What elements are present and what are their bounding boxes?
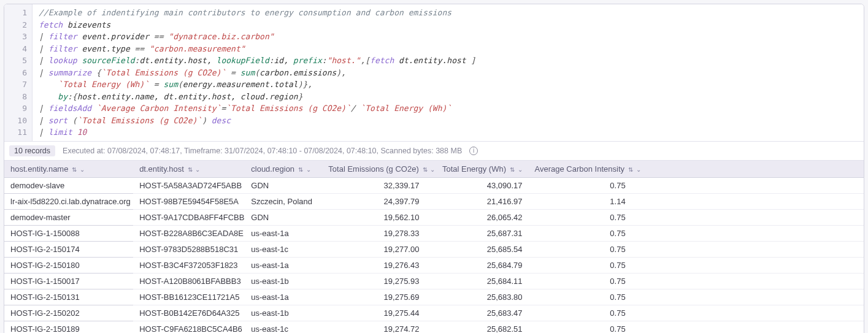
code-line[interactable]: | filter event.provider == "dynatrace.bi… bbox=[39, 31, 858, 43]
sort-icon[interactable]: ⇅ bbox=[186, 166, 193, 173]
cell-name: lr-aix-l5d8220.ci.lab.dynatrace.org bbox=[4, 193, 133, 209]
column-header[interactable]: cloud.region ⇅ ⌄ bbox=[245, 161, 322, 178]
code-line[interactable]: | summarize {`Total Emissions (g CO2e)` … bbox=[39, 67, 858, 79]
cell-intensity: 0.75 bbox=[529, 289, 632, 305]
cell-name: HOST-IG-2-150131 bbox=[4, 289, 133, 305]
cell-name: demodev-master bbox=[4, 209, 133, 225]
cell-energy: 26,065.42 bbox=[425, 209, 528, 225]
code-line[interactable]: `Total Energy (Wh)` = sum(energy.measure… bbox=[39, 78, 858, 91]
cell-region: us-east-1c bbox=[245, 241, 322, 257]
column-header-blank bbox=[632, 161, 864, 178]
cell-emissions: 19,275.69 bbox=[322, 289, 425, 305]
sort-icon[interactable]: ⇅ bbox=[626, 166, 633, 173]
table-row[interactable]: lr-aix-l5d8220.ci.lab.dynatrace.orgHOST-… bbox=[4, 193, 864, 209]
cell-energy: 21,416.97 bbox=[425, 193, 528, 209]
cell-energy: 25,684.11 bbox=[425, 273, 528, 289]
column-header[interactable]: host.entity.name ⇅ ⌄ bbox=[4, 161, 133, 178]
cell-blank bbox=[632, 225, 864, 241]
code-editor[interactable]: 1234567891011 //Example of indentifying … bbox=[4, 4, 864, 142]
line-gutter: 1234567891011 bbox=[4, 4, 33, 141]
code-line[interactable]: by:{host.entity.name, dt.entity.host, cl… bbox=[39, 91, 858, 103]
sort-icon[interactable]: ⇅ bbox=[508, 166, 515, 173]
info-icon[interactable]: i bbox=[469, 147, 478, 155]
line-number: 8 bbox=[15, 91, 27, 103]
code-line[interactable]: | lookup sourceField:dt.entity.host, loo… bbox=[39, 55, 858, 67]
cell-region: us-east-1b bbox=[245, 273, 322, 289]
cell-emissions: 19,278.33 bbox=[322, 225, 425, 241]
code-line[interactable]: fetch bizevents bbox=[39, 19, 858, 31]
cell-region: us-east-1b bbox=[245, 305, 322, 321]
cell-intensity: 0.75 bbox=[529, 305, 632, 321]
cell-blank bbox=[632, 273, 864, 289]
sort-icon[interactable]: ⇅ bbox=[421, 166, 428, 173]
code-line[interactable]: | sort (`Total Emissions (g CO2e)`) desc bbox=[39, 115, 858, 127]
cell-emissions: 19,277.00 bbox=[322, 241, 425, 257]
column-label: Total Energy (Wh) bbox=[442, 164, 506, 174]
records-chip: 10 records bbox=[9, 145, 55, 156]
cell-intensity: 0.75 bbox=[529, 177, 632, 193]
cell-energy: 25,682.51 bbox=[425, 321, 528, 333]
cell-region: us-east-1a bbox=[245, 257, 322, 273]
cell-energy: 25,684.79 bbox=[425, 257, 528, 273]
column-header[interactable]: Total Emissions (g CO2e) ⇅ ⌄ bbox=[322, 161, 425, 178]
cell-region: GDN bbox=[245, 177, 322, 193]
table-row[interactable]: HOST-IG-2-150189HOST-C9FA6218BC5CA4B6us-… bbox=[4, 321, 864, 333]
cell-intensity: 0.75 bbox=[529, 257, 632, 273]
column-header[interactable]: Average Carbon Intensity ⇅ ⌄ bbox=[529, 161, 632, 178]
line-number: 5 bbox=[15, 55, 27, 67]
cell-region: GDN bbox=[245, 209, 322, 225]
sort-icon[interactable]: ⇅ bbox=[70, 166, 77, 173]
table-row[interactable]: HOST-IG-2-150180HOST-B3C4F372053F1823us-… bbox=[4, 257, 864, 273]
chevron-down-icon[interactable]: ⌄ bbox=[304, 166, 311, 173]
cell-intensity: 0.75 bbox=[529, 321, 632, 333]
cell-energy: 25,683.80 bbox=[425, 289, 528, 305]
cell-name: HOST-IG-1-150088 bbox=[4, 225, 133, 241]
cell-intensity: 0.75 bbox=[529, 225, 632, 241]
chevron-down-icon[interactable]: ⌄ bbox=[516, 166, 523, 173]
status-bar: 10 records Executed at: 07/08/2024, 07:4… bbox=[4, 142, 864, 161]
cell-host: HOST-B3C4F372053F1823 bbox=[133, 257, 245, 273]
cell-host: HOST-5A58A3AD724F5ABB bbox=[133, 177, 245, 193]
cell-blank bbox=[632, 193, 864, 209]
cell-emissions: 32,339.17 bbox=[322, 177, 425, 193]
cell-name: HOST-IG-2-150174 bbox=[4, 241, 133, 257]
cell-emissions: 19,275.44 bbox=[322, 305, 425, 321]
cell-emissions: 19,274.72 bbox=[322, 321, 425, 333]
column-header[interactable]: Total Energy (Wh) ⇅ ⌄ bbox=[425, 161, 528, 178]
cell-name: HOST-IG-2-150189 bbox=[4, 321, 133, 333]
line-number: 10 bbox=[15, 115, 27, 127]
code-line[interactable]: | limit 10 bbox=[39, 126, 858, 139]
cell-name: demodev-slave bbox=[4, 177, 133, 193]
code-line[interactable]: | fieldsAdd `Average Carbon Intensity`=`… bbox=[39, 102, 858, 115]
code-lines[interactable]: //Example of indentifying main contribut… bbox=[33, 4, 864, 141]
cell-region: Szczecin, Poland bbox=[245, 193, 322, 209]
table-row[interactable]: demodev-masterHOST-9A17CDBA8FF4FCBBGDN19… bbox=[4, 209, 864, 225]
cell-intensity: 0.75 bbox=[529, 241, 632, 257]
cell-energy: 43,090.17 bbox=[425, 177, 528, 193]
sort-icon[interactable]: ⇅ bbox=[296, 166, 303, 173]
cell-blank bbox=[632, 257, 864, 273]
cell-host: HOST-B0B142E76D64A325 bbox=[133, 305, 245, 321]
chevron-down-icon[interactable]: ⌄ bbox=[194, 166, 201, 173]
cell-host: HOST-BB16123CE11721A5 bbox=[133, 289, 245, 305]
table-row[interactable]: HOST-IG-2-150174HOST-9783D5288B518C31us-… bbox=[4, 241, 864, 257]
table-row[interactable]: HOST-IG-2-150131HOST-BB16123CE11721A5us-… bbox=[4, 289, 864, 305]
table-row[interactable]: HOST-IG-1-150017HOST-A120B8061BFABBB3us-… bbox=[4, 273, 864, 289]
cell-blank bbox=[632, 241, 864, 257]
column-label: Total Emissions (g CO2e) bbox=[328, 164, 418, 174]
line-number: 11 bbox=[15, 126, 27, 139]
table-row[interactable]: demodev-slaveHOST-5A58A3AD724F5ABBGDN32,… bbox=[4, 177, 864, 193]
code-line[interactable]: | filter event.type == "carbon.measureme… bbox=[39, 43, 858, 55]
cell-energy: 25,687.31 bbox=[425, 225, 528, 241]
cell-energy: 25,685.54 bbox=[425, 241, 528, 257]
chevron-down-icon[interactable]: ⌄ bbox=[78, 166, 85, 173]
chevron-down-icon[interactable]: ⌄ bbox=[634, 166, 641, 173]
column-header[interactable]: dt.entity.host ⇅ ⌄ bbox=[133, 161, 245, 178]
table-row[interactable]: HOST-IG-2-150202HOST-B0B142E76D64A325us-… bbox=[4, 305, 864, 321]
column-label: dt.entity.host bbox=[139, 164, 184, 174]
table-row[interactable]: HOST-IG-1-150088HOST-B228A8B6C3EADA8Eus-… bbox=[4, 225, 864, 241]
line-number: 1 bbox=[15, 7, 27, 19]
code-line[interactable]: //Example of indentifying main contribut… bbox=[39, 7, 858, 19]
results-table: host.entity.name ⇅ ⌄dt.entity.host ⇅ ⌄cl… bbox=[4, 161, 864, 334]
chevron-down-icon[interactable]: ⌄ bbox=[429, 166, 436, 173]
